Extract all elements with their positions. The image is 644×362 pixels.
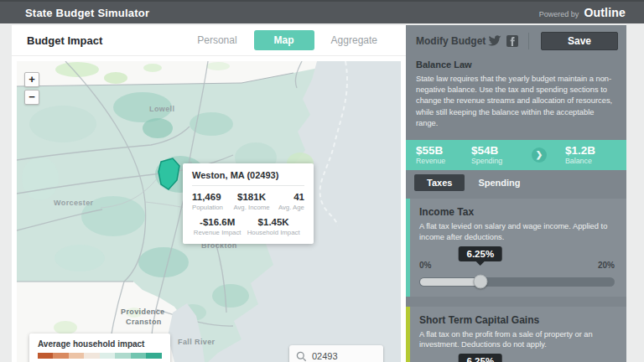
app-header: State Budget Simulator Powered by Outlin… (0, 0, 644, 23)
balance-law-body: State law requires that the yearly budge… (416, 74, 615, 129)
zoom-out-button[interactable]: − (24, 90, 39, 105)
slider-max-label: 20% (598, 261, 615, 270)
powered-by-label: Powered by (539, 10, 579, 18)
tooltip-title: Weston, MA (02493) (192, 170, 304, 186)
budget-summary-bar: $55B Revenue $54B Spending ❯ $1.2B Balan… (406, 140, 626, 170)
stat-value: 41 (273, 192, 304, 202)
slider-value: 6.25% (467, 249, 495, 259)
map-legend: Average household impact -$1.45K $1.45K (29, 334, 170, 362)
balance-value: $1.2B (565, 145, 595, 158)
slider-fill (420, 278, 480, 286)
map-label-lowell: Lowell (149, 105, 174, 113)
stat-avg-age: 41 Avg. Age (273, 192, 304, 211)
slider-track[interactable] (419, 277, 615, 287)
capital-gains-title: Short Term Capital Gains (419, 314, 615, 326)
revenue-label: Revenue (416, 157, 471, 165)
stat-label: Household Impact (242, 229, 304, 236)
map-tooltip: Weston, MA (02493) 11,469 Population $18… (183, 163, 314, 244)
panel-title: Budget Impact (27, 34, 102, 47)
map-label-cranston: Cranston (126, 318, 162, 326)
map-container[interactable]: Lowell Worcester Brockton Providence Cra… (17, 61, 401, 362)
capital-gains-slider: 0% 20% BASE 13% 6.25% (419, 357, 615, 362)
budget-impact-panel: Budget Impact Personal Map Aggregate (12, 25, 406, 362)
legend-title: Average household impact (38, 339, 162, 349)
income-tax-slider: 0% 20% 6.25% (419, 250, 615, 287)
tab-spending[interactable]: Spending (478, 178, 520, 188)
stat-label: Population (192, 204, 231, 211)
chevron-right-icon: ❯ (532, 147, 547, 163)
view-tabs: Personal Map Aggregate (180, 30, 394, 50)
stat-avg-income: $181K Avg. Income (231, 192, 273, 211)
brand-logo: Outline (584, 6, 626, 19)
slider-labels: 0% 20% BASE 13% 6.25% (419, 357, 615, 362)
tab-personal[interactable]: Personal (180, 30, 253, 50)
slider-value-badge: 6.25% (459, 246, 503, 261)
slider-labels: 0% 20% 6.25% (419, 250, 615, 272)
tab-aggregate[interactable]: Aggregate (314, 30, 394, 50)
slider-value: 6.25% (467, 356, 495, 362)
balance-law-section: Balance Law State law requires that the … (406, 56, 626, 140)
income-tax-description: A flat tax levied on salary and wage inc… (419, 221, 615, 243)
stat-value: $1.45K (242, 217, 304, 227)
slider-thumb[interactable] (473, 275, 487, 289)
spending-value: $54B (471, 145, 532, 158)
tab-map[interactable]: Map (254, 30, 314, 50)
revenue-value: $55B (416, 145, 471, 158)
search-icon (296, 351, 307, 362)
stat-value: 11,469 (192, 192, 231, 202)
app-title: State Budget Simulator (25, 7, 149, 19)
modify-budget-sidebar: Modify Budget Save Balance Law State law… (406, 25, 626, 362)
share-controls: Save (488, 32, 618, 50)
twitter-icon[interactable] (488, 35, 501, 47)
balance-label: Balance (565, 157, 595, 165)
map-label-fall-river: Fall River (178, 338, 216, 346)
capital-gains-card: Short Term Capital Gains A flat tax on t… (406, 307, 626, 362)
header-branding: Powered by Outline (539, 6, 626, 19)
capital-gains-description: A flat tax on the profit from a sale of … (419, 329, 615, 351)
slider-value-pointer (476, 261, 485, 266)
zoom-in-button[interactable]: + (24, 72, 39, 87)
sidebar-tabs: Taxes Spending (406, 170, 626, 195)
stat-label: Avg. Income (231, 204, 273, 211)
income-tax-title: Income Tax (419, 206, 615, 218)
tooltip-stats-row-2: -$16.6M Revenue Impact $1.45K Household … (192, 217, 304, 236)
stat-revenue-impact: -$16.6M Revenue Impact (192, 217, 242, 236)
map-label-worcester: Worcester (54, 199, 94, 207)
tab-taxes[interactable]: Taxes (414, 174, 465, 191)
divider (528, 33, 529, 49)
income-tax-card: Income Tax A flat tax levied on salary a… (406, 199, 626, 297)
legend-gradient-bar (38, 353, 162, 359)
slider-min-label: 0% (419, 261, 431, 270)
summary-balance: $1.2B Balance (565, 145, 595, 166)
stat-population: 11,469 Population (192, 192, 231, 211)
facebook-icon[interactable] (506, 35, 518, 47)
stat-label: Avg. Age (273, 204, 304, 211)
spending-label: Spending (471, 157, 532, 165)
stat-value: $181K (231, 192, 273, 202)
stat-label: Revenue Impact (192, 229, 242, 236)
stat-value: -$16.6M (192, 217, 242, 227)
page: State Budget Simulator Powered by Outlin… (0, 0, 644, 362)
modify-budget-title: Modify Budget (416, 35, 486, 47)
map-search-box (289, 345, 383, 362)
slider-value-badge: 6.25% (459, 354, 503, 362)
summary-spending: $54B Spending (471, 145, 532, 166)
stat-household-impact: $1.45K Household Impact (242, 217, 304, 236)
balance-law-title: Balance Law (416, 59, 615, 70)
tooltip-stats-row-1: 11,469 Population $181K Avg. Income 41 A… (192, 192, 304, 211)
modify-budget-row: Modify Budget Save (406, 25, 626, 56)
search-input[interactable] (312, 351, 376, 361)
map-zoom-controls: + − (24, 72, 39, 105)
map-label-providence: Providence (121, 308, 165, 316)
summary-revenue: $55B Revenue (416, 145, 471, 166)
save-button[interactable]: Save (541, 32, 618, 50)
panel-header: Budget Impact Personal Map Aggregate (12, 25, 406, 56)
